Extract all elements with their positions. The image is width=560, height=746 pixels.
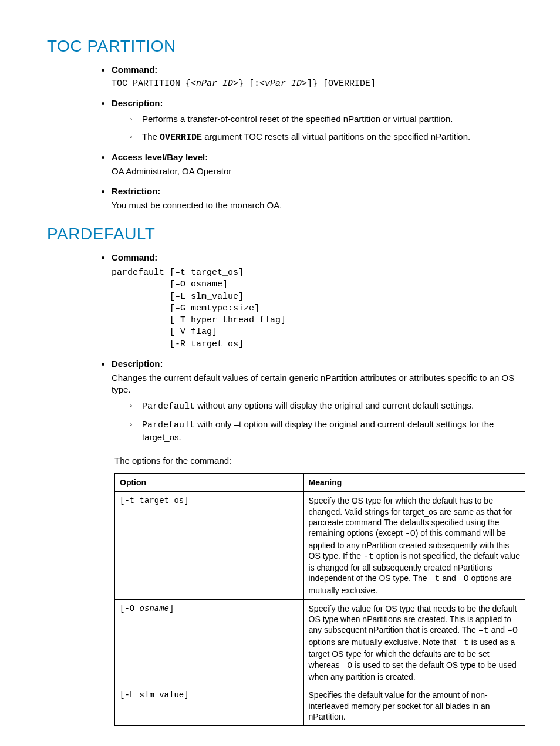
table-header-option: Option [115,473,304,492]
option-cell: [-t target_os] [115,492,304,600]
description-intro: Changes the current default values of ce… [112,372,519,396]
pardefault-list: Command: pardefault [–t target_os] [–O o… [47,250,519,444]
option-cell: [-L slm_value] [115,686,304,726]
description-item: Pardefault without any options will disp… [129,400,519,413]
section-title-toc-partition: TOC PARTITION [47,35,519,58]
meaning-cell: Specifies the default value for the amou… [303,686,525,726]
restriction-value: You must be connected to the monarch OA. [112,200,519,211]
option-cell: [-O osname] [115,600,304,686]
table-row: [-O osname] Specify the value for OS typ… [115,600,525,686]
access-level-value: OA Administrator, OA Operator [112,166,519,177]
command-text: TOC PARTITION {<nPar ID>} [:<vPar ID>]} … [112,78,519,90]
command-text: pardefault [–t target_os] [–O osname] [–… [112,267,519,350]
command-label: Command: [112,65,157,75]
description-label: Description: [112,98,163,108]
options-intro: The options for the command: [114,455,519,467]
description-item: Performs a transfer-of-control reset of … [129,113,519,125]
description-label: Description: [112,359,163,369]
access-level-label: Access level/Bay level: [112,152,208,162]
table-row: [-t target_os] Specify the OS type for w… [115,492,525,600]
toc-partition-list: Command: TOC PARTITION {<nPar ID>} [:<vP… [47,62,519,211]
meaning-cell: Specify the value for OS type that needs… [303,600,525,686]
description-item: The OVERRIDE argument TOC resets all vir… [129,131,519,144]
options-table: Option Meaning [-t target_os] Specify th… [114,473,525,726]
command-label: Command: [112,252,157,262]
restriction-label: Restriction: [112,186,160,196]
table-header-meaning: Meaning [303,473,525,492]
section-title-pardefault: PARDEFAULT [47,223,519,245]
table-row: [-L slm_value] Specifies the default val… [115,686,525,726]
meaning-cell: Specify the OS type for which the defaul… [303,492,525,600]
description-item: Pardefault with only –t option will disp… [129,418,519,444]
